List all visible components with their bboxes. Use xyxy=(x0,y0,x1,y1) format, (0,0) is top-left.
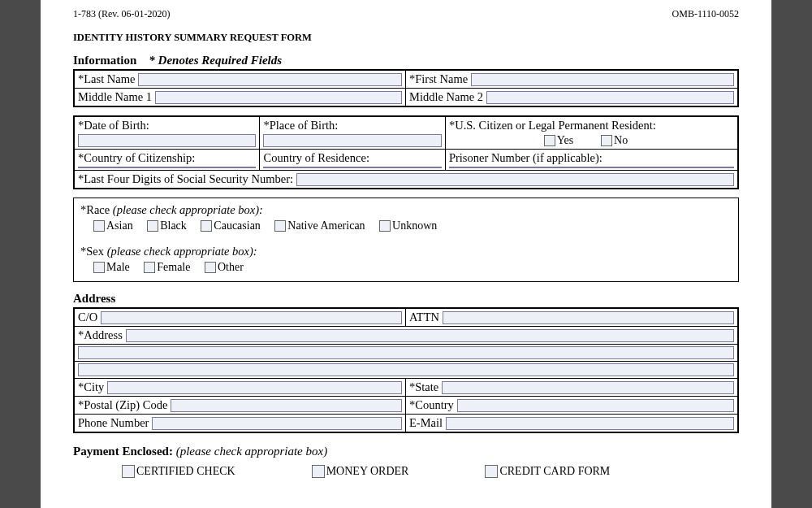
form-number: 1-783 (Rev. 06-01-2020) xyxy=(73,8,171,20)
first-name-label: *First Name xyxy=(409,72,468,86)
pay-certified-check[interactable]: CERTIFIED CHECK xyxy=(122,465,235,478)
information-heading: Information * Denotes Required Fields xyxy=(73,54,739,67)
race-black[interactable]: Black xyxy=(147,219,187,232)
sex-male[interactable]: Male xyxy=(93,261,130,274)
zip-input[interactable] xyxy=(171,399,402,412)
last-name-label: *Last Name xyxy=(78,72,135,86)
sex-heading: *Sex xyxy=(80,245,104,258)
pay-credit-card[interactable]: CREDIT CARD FORM xyxy=(485,465,610,478)
cor-label: Country of Residence: xyxy=(263,151,441,165)
address-block: C/O ATTN *Address xyxy=(73,307,739,433)
email-input[interactable] xyxy=(446,417,734,430)
ssn-label: *Last Four Digits of Social Security Num… xyxy=(78,172,293,186)
co-label: C/O xyxy=(78,310,97,324)
middle1-input[interactable] xyxy=(155,91,402,104)
address-label: *Address xyxy=(78,328,123,342)
sex-female[interactable]: Female xyxy=(144,261,190,274)
pay-money-order[interactable]: MONEY ORDER xyxy=(312,465,409,478)
race-note: (please check appropriate box): xyxy=(113,203,263,216)
prisoner-label: Prisoner Number (if applicable): xyxy=(449,151,734,165)
attn-input[interactable] xyxy=(443,311,734,324)
country-input[interactable] xyxy=(457,399,734,412)
race-asian[interactable]: Asian xyxy=(93,219,133,232)
city-label: *City xyxy=(78,380,104,394)
address-input-2[interactable] xyxy=(78,346,734,359)
form-title: IDENTITY HISTORY SUMMARY REQUEST FORM xyxy=(73,32,739,44)
page-header: 1-783 (Rev. 06-01-2020) OMB-1110-0052 xyxy=(73,8,739,20)
coc-label: *Country of Citizenship: xyxy=(78,151,256,165)
ssn-input[interactable] xyxy=(296,173,734,186)
email-label: E-Mail xyxy=(409,416,443,430)
zip-label: *Postal (Zip) Code xyxy=(78,398,167,412)
middle2-input[interactable] xyxy=(486,91,734,104)
country-label: *Country xyxy=(409,398,454,412)
omb-number: OMB-1110-0052 xyxy=(672,8,739,20)
state-input[interactable] xyxy=(442,381,734,394)
payment-note: (please check appropriate box) xyxy=(176,445,327,458)
payment-options: CERTIFIED CHECK MONEY ORDER CREDIT CARD … xyxy=(73,465,739,478)
identity-block: *Date of Birth: *Place of Birth: *U.S. C… xyxy=(73,115,739,189)
race-unknown[interactable]: Unknown xyxy=(379,219,437,232)
attn-label: ATTN xyxy=(409,310,439,324)
phone-label: Phone Number xyxy=(78,416,149,430)
payment-heading-line: Payment Enclosed: (please check appropri… xyxy=(73,445,739,458)
race-caucasian[interactable]: Caucasian xyxy=(201,219,261,232)
last-name-input[interactable] xyxy=(138,73,402,86)
prisoner-input[interactable] xyxy=(449,167,734,168)
dob-input[interactable] xyxy=(78,134,256,147)
yes-label: Yes xyxy=(557,134,573,147)
citizen-no[interactable]: No xyxy=(601,134,628,147)
coc-input[interactable] xyxy=(78,167,256,168)
co-input[interactable] xyxy=(101,311,402,324)
first-name-input[interactable] xyxy=(471,73,734,86)
phone-input[interactable] xyxy=(152,417,402,430)
cor-input[interactable] xyxy=(263,167,441,168)
race-sex-block: *Race (please check appropriate box): As… xyxy=(73,198,739,282)
state-label: *State xyxy=(409,380,438,394)
required-note: * Denotes Required Fields xyxy=(149,54,282,67)
pob-input[interactable] xyxy=(263,134,441,147)
address-heading: Address xyxy=(73,292,739,306)
address-input-3[interactable] xyxy=(78,363,734,376)
no-label: No xyxy=(614,134,628,147)
name-block: *Last Name *First Name Middle Name 1 xyxy=(73,69,739,107)
middle2-label: Middle Name 2 xyxy=(409,90,483,104)
dob-label: *Date of Birth: xyxy=(78,119,256,132)
middle1-label: Middle Name 1 xyxy=(78,90,152,104)
citizen-yes[interactable]: Yes xyxy=(544,134,573,147)
pob-label: *Place of Birth: xyxy=(263,119,441,132)
race-heading: *Race xyxy=(80,203,110,216)
citizen-label: *U.S. Citizen or Legal Permanent Residen… xyxy=(449,119,734,132)
sex-note: (please check appropriate box): xyxy=(107,245,257,258)
race-native-american[interactable]: Native American xyxy=(274,219,365,232)
info-heading-text: Information xyxy=(73,54,136,67)
payment-heading: Payment Enclosed: xyxy=(73,445,173,458)
form-page: 1-783 (Rev. 06-01-2020) OMB-1110-0052 ID… xyxy=(41,0,771,508)
city-input[interactable] xyxy=(107,381,402,394)
address-input-1[interactable] xyxy=(126,329,734,342)
sex-other[interactable]: Other xyxy=(205,261,244,274)
